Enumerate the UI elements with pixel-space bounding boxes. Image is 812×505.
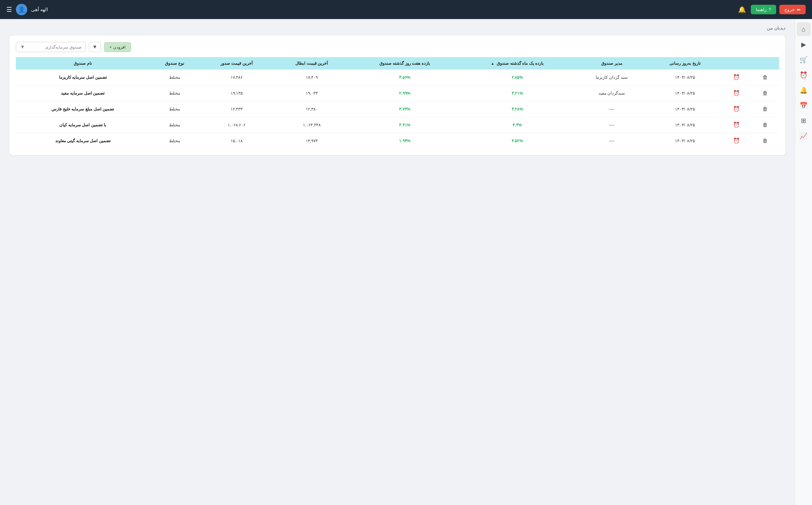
row-return-1m: ۴.۵۲%	[460, 133, 575, 149]
row-return-1m: ۴.۴%	[460, 117, 575, 133]
sort-icon[interactable]: ▲	[491, 61, 494, 65]
sidebar-item-cart[interactable]: 🛒	[797, 53, 811, 67]
row-last-issue: ۱,۰۶۸,۶۰۶	[200, 117, 274, 133]
col-type: نوع صندوق	[150, 57, 199, 69]
sidebar-item-home[interactable]: ⌂	[797, 22, 811, 36]
header-left: الهه آهی 👤 ☰	[6, 4, 48, 15]
row-last-issue: ۱۷,۴۸۶	[200, 69, 274, 86]
row-alarm-cell: ⏰	[721, 133, 751, 149]
table-row: 🗑 ⏰ ۱۴۰۳/۰۸/۲۵ سبد گردان کاریزما ۲.۸۵% ۳…	[16, 69, 779, 86]
row-return-1m: ۳.۲۸%	[460, 101, 575, 117]
col-name: نام صندوق	[16, 57, 150, 69]
row-alarm-cell: ⏰	[721, 101, 751, 117]
row-return-7d: ۳.۷۴%	[349, 101, 460, 117]
row-last-issue: ۱۲,۴۳۳	[200, 101, 274, 117]
table-icon: ⊞	[801, 117, 806, 125]
sidebar-item-bell[interactable]: 🔔	[797, 83, 811, 97]
bell-sidebar-icon: 🔔	[800, 86, 808, 94]
row-date: ۱۴۰۳/۰۸/۲۵	[649, 101, 721, 117]
row-last-cancel: ۱۹,۰۳۳	[274, 86, 350, 101]
col-last-cancel: آخرین قیمت ابطال	[274, 57, 350, 69]
row-fund-name: با تضمین اصل سرمایه کیان	[16, 117, 150, 133]
row-fund-name: تضمین اصل مبلغ سرمایه خلیج فارس	[16, 101, 150, 117]
col-actions-2	[721, 57, 751, 69]
toolbar: ▼ ▼ + افزودن	[16, 42, 779, 52]
plus-icon: +	[109, 45, 112, 49]
exit-icon: ⬅	[797, 7, 801, 12]
row-return-7d: ۱.۹۴%	[349, 133, 460, 149]
avatar: 👤	[16, 4, 27, 15]
row-manager: ----	[575, 117, 649, 133]
alarm-button[interactable]: ⏰	[732, 105, 741, 113]
home-icon: ⌂	[802, 26, 805, 33]
row-date: ۱۴۰۳/۰۸/۲۵	[649, 69, 721, 86]
alarm-button[interactable]: ⏰	[732, 121, 741, 129]
alarm-button[interactable]: ⏰	[732, 89, 741, 97]
row-delete-cell: 🗑	[751, 117, 779, 133]
col-return-1m: بازده یک ماه گذشته صندوق ▲	[460, 57, 575, 69]
col-last-issue: آخرین قیمت صدور	[200, 57, 274, 69]
search-box: ▼	[16, 42, 86, 52]
row-manager: ----	[575, 101, 649, 117]
row-fund-name: تضمین اصل سرمایه مفید	[16, 86, 150, 101]
table-row: 🗑 ⏰ ۱۴۰۳/۰۸/۲۵ ---- ۴.۴% ۴.۴۱% ۱,۰۶۳,۳۴۸…	[16, 117, 779, 133]
sidebar-item-video[interactable]: ▶	[797, 37, 811, 51]
row-fund-name: تضمین اصل سرمایه گیتی معاوند	[16, 133, 150, 149]
alarm-button[interactable]: ⏰	[732, 137, 741, 145]
delete-button[interactable]: 🗑	[761, 137, 769, 145]
row-type: مختلط	[150, 86, 199, 101]
video-icon: ▶	[801, 41, 806, 48]
row-last-issue: ۱۵,۰۱۸	[200, 133, 274, 149]
add-fund-button[interactable]: + افزودن	[104, 42, 131, 52]
col-manager: مدیر صندوق	[575, 57, 649, 69]
calendar-icon: 📅	[800, 102, 808, 109]
col-actions-1	[751, 57, 779, 69]
row-last-issue: ۱۹,۱۳۵	[200, 86, 274, 101]
sidebar-item-calendar[interactable]: 📅	[797, 99, 811, 112]
row-manager: ----	[575, 133, 649, 149]
search-dropdown-icon[interactable]: ▼	[20, 44, 25, 50]
row-delete-cell: 🗑	[751, 86, 779, 101]
dropdown-button[interactable]: ▼	[89, 42, 101, 52]
row-type: مختلط	[150, 101, 199, 117]
table-row: 🗑 ⏰ ۱۴۰۳/۰۸/۲۵ ---- ۴.۵۲% ۱.۹۴% ۱۴,۹۷۴ ۱…	[16, 133, 779, 149]
bell-header-icon: 🔔	[738, 6, 746, 13]
search-input[interactable]	[27, 45, 81, 49]
notification-bell-button[interactable]: 🔔	[737, 4, 748, 15]
delete-button[interactable]: 🗑	[761, 90, 769, 97]
row-last-cancel: ۱۷,۴۰۹	[274, 69, 350, 86]
row-type: مختلط	[150, 117, 199, 133]
row-return-1m: ۲.۸۵%	[460, 69, 575, 86]
row-return-7d: ۳.۵۶%	[349, 69, 460, 86]
table-container: ▼ ▼ + افزودن تاریخ به‌روز رسانی مدیر صند…	[10, 35, 785, 155]
col-return-7d: بازده هفت روز گذشته صندوق	[349, 57, 460, 69]
hamburger-menu-icon[interactable]: ☰	[6, 6, 12, 13]
row-fund-name: تضمین اصل سرمایه کاریزما	[16, 69, 150, 86]
breadcrumb: دیدبان من	[10, 25, 785, 30]
delete-button[interactable]: 🗑	[761, 73, 769, 81]
row-manager: سبد گردان کاریزما	[575, 69, 649, 86]
row-return-1m: ۳.۲۱%	[460, 86, 575, 101]
chart-icon: 📈	[800, 132, 808, 140]
row-return-7d: ۴.۴۱%	[349, 117, 460, 133]
row-date: ۱۴۰۳/۰۸/۲۵	[649, 117, 721, 133]
row-type: مختلط	[150, 133, 199, 149]
user-name-label: الهه آهی	[31, 7, 48, 12]
header: ⬅ خروج ? راهنما 🔔 الهه آهی 👤 ☰	[0, 0, 812, 19]
row-date: ۱۴۰۳/۰۸/۲۵	[649, 133, 721, 149]
sidebar: ⌂ ▶ 🛒 ⏰ 🔔 📅 ⊞ 📈	[795, 19, 812, 505]
table-row: 🗑 ⏰ ۱۴۰۳/۰۸/۲۵ ---- ۳.۲۸% ۳.۷۴% ۱۲,۳۸۰ ۱…	[16, 101, 779, 117]
sidebar-item-table[interactable]: ⊞	[797, 114, 811, 128]
row-alarm-cell: ⏰	[721, 117, 751, 133]
row-manager: سبدگردان مفید	[575, 86, 649, 101]
funds-table: تاریخ به‌روز رسانی مدیر صندوق بازده یک م…	[16, 57, 779, 149]
delete-button[interactable]: 🗑	[761, 106, 769, 113]
guide-button[interactable]: ? راهنما	[751, 5, 776, 14]
alarm-button[interactable]: ⏰	[732, 73, 741, 81]
clock-icon: ⏰	[800, 71, 808, 79]
table-header-row: تاریخ به‌روز رسانی مدیر صندوق بازده یک م…	[16, 57, 779, 69]
sidebar-item-clock[interactable]: ⏰	[797, 68, 811, 82]
exit-button[interactable]: ⬅ خروج	[779, 5, 806, 14]
sidebar-item-chart[interactable]: 📈	[797, 129, 811, 143]
delete-button[interactable]: 🗑	[761, 121, 769, 129]
